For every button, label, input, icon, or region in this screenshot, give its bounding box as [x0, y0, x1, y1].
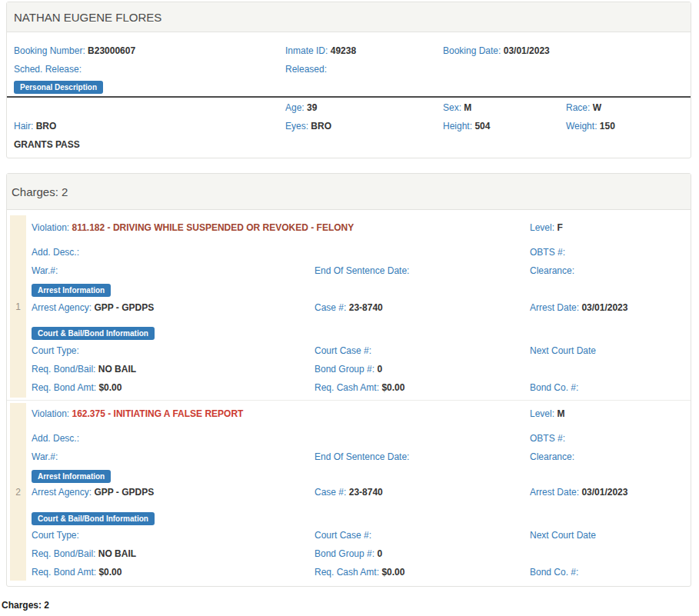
- add-desc-field: Add. Desc.:: [32, 247, 79, 258]
- next-court-date-field: Next Court Date: [530, 345, 596, 356]
- person-card-body: Booking Number: B23000607 Inmate ID: 492…: [7, 32, 691, 158]
- obts-field: OBTS #:: [530, 433, 565, 444]
- case-number-field: Case #: 23-8740: [315, 487, 383, 498]
- add-desc-field: Add. Desc.:: [32, 433, 79, 444]
- level-field: Level: F: [530, 222, 563, 233]
- eyes-field: Eyes: BRO: [285, 121, 331, 132]
- inmate-id-field: Inmate ID: 49238: [285, 45, 356, 56]
- war-number-field: War.#:: [32, 265, 58, 276]
- level-field: Level: M: [530, 408, 564, 419]
- weight-field: Weight: 150: [566, 121, 615, 132]
- arrest-agency-field: Arrest Agency: GPP - GPDPS: [32, 487, 154, 498]
- bond-group-field: Bond Group #: 0: [315, 364, 382, 375]
- person-card-header: NATHAN EUGENE FLORES: [7, 2, 691, 32]
- bond-co-field: Bond Co. #:: [530, 382, 578, 393]
- charges-footer-count: Charges: 2: [2, 600, 49, 611]
- age-field: Age: 39: [285, 102, 317, 113]
- court-case-field: Court Case #:: [315, 345, 371, 356]
- req-bond-amt-field: Req. Bond Amt: $0.00: [32, 382, 121, 393]
- end-of-sentence-field: End Of Sentence Date:: [315, 265, 409, 276]
- race-field: Race: W: [566, 102, 601, 113]
- arrest-agency-field: Arrest Agency: GPP - GPDPS: [32, 302, 154, 313]
- clearance-field: Clearance:: [530, 265, 574, 276]
- person-card: NATHAN EUGENE FLORES Booking Number: B23…: [6, 2, 691, 158]
- charge-row-2: 2 Violation: 162.375 - INITIATING A FALS…: [7, 400, 691, 583]
- req-cash-amt-field: Req. Cash Amt: $0.00: [315, 567, 404, 578]
- arrest-date-field: Arrest Date: 03/01/2023: [530, 487, 627, 498]
- violation-field: Violation: 162.375 - INITIATING A FALSE …: [32, 408, 243, 419]
- req-cash-amt-field: Req. Cash Amt: $0.00: [315, 382, 404, 393]
- clearance-field: Clearance:: [530, 451, 574, 462]
- bond-co-field: Bond Co. #:: [530, 567, 578, 578]
- req-bond-bail-field: Req. Bond/Bail: NO BAIL: [32, 548, 136, 559]
- charges-card-header: Charges: 2: [7, 174, 691, 210]
- personal-description-divider: [7, 96, 691, 98]
- charges-header-title: Charges: 2: [12, 185, 68, 198]
- height-field: Height: 504: [443, 121, 490, 132]
- bond-group-field: Bond Group #: 0: [315, 548, 382, 559]
- court-bail-bond-badge: Court & Bail/Bond Information: [32, 327, 155, 340]
- booking-number-field: Booking Number: B23000607: [14, 45, 135, 56]
- sex-field: Sex: M: [443, 102, 471, 113]
- violation-field: Violation: 811.182 - DRIVING WHILE SUSPE…: [32, 222, 354, 233]
- hair-field: Hair: BRO: [14, 121, 56, 132]
- released-field: Released:: [285, 64, 327, 75]
- arrest-date-field: Arrest Date: 03/01/2023: [530, 302, 627, 313]
- charges-card-body: 1 Violation: 811.182 - DRIVING WHILE SUS…: [7, 210, 691, 586]
- req-bond-amt-field: Req. Bond Amt: $0.00: [32, 567, 121, 578]
- court-type-field: Court Type:: [32, 345, 79, 356]
- personal-description-badge: Personal Description: [14, 81, 103, 94]
- arrest-information-badge: Arrest Information: [32, 284, 111, 297]
- war-number-field: War.#:: [32, 451, 58, 462]
- arrest-information-badge: Arrest Information: [32, 470, 111, 483]
- person-name: NATHAN EUGENE FLORES: [14, 11, 161, 24]
- court-type-field: Court Type:: [32, 530, 79, 541]
- city-field: GRANTS PASS: [14, 139, 80, 150]
- end-of-sentence-field: End Of Sentence Date:: [315, 451, 409, 462]
- sched-release-field: Sched. Release:: [14, 64, 82, 75]
- req-bond-bail-field: Req. Bond/Bail: NO BAIL: [32, 364, 136, 375]
- charge-row-1: 1 Violation: 811.182 - DRIVING WHILE SUS…: [7, 213, 691, 400]
- charges-card: Charges: 2 1 Violation: 811.182 - DRIVIN…: [6, 173, 691, 587]
- obts-field: OBTS #:: [530, 247, 565, 258]
- court-bail-bond-badge: Court & Bail/Bond Information: [32, 512, 155, 525]
- case-number-field: Case #: 23-8740: [315, 302, 383, 313]
- booking-date-field: Booking Date: 03/01/2023: [443, 45, 550, 56]
- court-case-field: Court Case #:: [315, 530, 371, 541]
- next-court-date-field: Next Court Date: [530, 530, 596, 541]
